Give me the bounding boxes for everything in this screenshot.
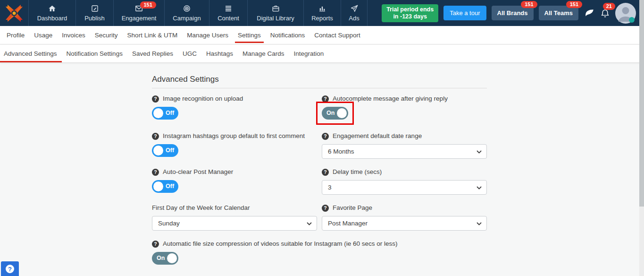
leaf-chat-icon <box>584 8 595 18</box>
nav-item-label: Campaign <box>173 15 201 22</box>
nav-item-label: Publish <box>84 15 105 22</box>
field-instagram-hashtags: ? Instagram hashtags group default to fi… <box>152 132 317 159</box>
tab-notifications[interactable]: Notifications <box>266 26 310 44</box>
tab-invoices[interactable]: Invoices <box>57 26 90 44</box>
autocomplete-message-toggle[interactable]: On <box>322 107 348 120</box>
toggle-knob <box>153 181 163 191</box>
field-favorite-page: ? Favorite Page Post Manager <box>322 204 487 231</box>
auto-clear-toggle[interactable]: Off <box>152 180 178 193</box>
app-screen: Dashboard Publish 151 Engagement Campaig… <box>0 0 644 276</box>
app-logo[interactable] <box>0 0 28 26</box>
nav-item-content[interactable]: Content <box>209 0 247 26</box>
toggle-state-label: On <box>326 110 335 117</box>
field-video-compression: ? Automatic file size compression of vid… <box>152 240 487 265</box>
field-label: Automatic file size compression of video… <box>163 240 397 248</box>
tab-notification-settings[interactable]: Notification Settings <box>62 45 127 62</box>
nav-item-ads[interactable]: Ads <box>341 0 368 26</box>
field-image-recognition: ? Image recognition on upload Off <box>152 95 317 123</box>
field-label: First Day of the Week for Calendar <box>152 204 250 212</box>
nav-item-engagement[interactable]: 151 Engagement <box>113 0 164 26</box>
bar-chart-icon <box>318 4 326 13</box>
nav-item-label: Digital Library <box>257 15 294 22</box>
help-button[interactable]: ? <box>1 261 19 276</box>
tab-ugc[interactable]: UGC <box>178 45 201 62</box>
first-day-of-week-select[interactable]: Sunday <box>152 216 317 231</box>
paper-plane-icon <box>350 4 359 13</box>
trial-period-badge: Trial period ends in -123 days <box>382 4 438 22</box>
tab-profile[interactable]: Profile <box>2 26 29 44</box>
field-label: Engagement default date range <box>333 132 422 140</box>
engagement-date-range-select[interactable]: 6 Months <box>322 144 487 159</box>
tab-usage[interactable]: Usage <box>29 26 57 44</box>
nav-item-campaign[interactable]: Campaign <box>164 0 209 26</box>
trial-line2: in -123 days <box>386 13 434 20</box>
select-value: Post Manager <box>328 220 368 227</box>
tab-saved-replies[interactable]: Saved Replies <box>127 45 178 62</box>
chat-button[interactable] <box>584 8 595 18</box>
notifications-button[interactable]: 21 <box>600 8 610 18</box>
tab-advanced-settings[interactable]: Advanced Settings <box>0 45 62 62</box>
field-first-day-of-week: First Day of the Week for Calendar Sunda… <box>152 204 317 231</box>
field-autocomplete-message: ? Autocomplete message after giving repl… <box>322 95 487 123</box>
tab-hashtags[interactable]: Hashtags <box>201 45 238 62</box>
nav-item-digital-library[interactable]: Digital Library <box>247 0 303 26</box>
nav-item-publish[interactable]: Publish <box>75 0 113 26</box>
engagement-count-badge: 151 <box>140 1 156 9</box>
instagram-hashtags-toggle[interactable]: Off <box>152 144 178 157</box>
select-value: 6 Months <box>328 148 354 155</box>
notifications-count-badge: 21 <box>603 3 615 10</box>
all-teams-count-badge: 151 <box>566 1 582 8</box>
nav-item-dashboard[interactable]: Dashboard <box>28 0 75 26</box>
nav-item-reports[interactable]: Reports <box>303 0 341 26</box>
all-brands-label: All Brands <box>497 9 528 17</box>
take-a-tour-button[interactable]: Take a tour <box>443 6 486 20</box>
toggle-state-label: On <box>157 255 165 262</box>
nav-item-label: Ads <box>349 15 359 22</box>
toggle-knob <box>153 146 163 155</box>
page-scrollbar-thumb[interactable] <box>639 0 644 207</box>
help-tooltip-icon[interactable]: ? <box>322 205 329 212</box>
chevron-down-icon <box>477 150 482 154</box>
toggle-knob <box>337 108 347 118</box>
image-recognition-toggle[interactable]: Off <box>152 107 178 120</box>
field-label: Auto-clear Post Manager <box>163 168 233 176</box>
tab-manage-users[interactable]: Manage Users <box>182 26 233 44</box>
field-label: Delay time (secs) <box>333 168 382 176</box>
toggle-knob <box>167 253 177 263</box>
favorite-page-select[interactable]: Post Manager <box>322 216 487 231</box>
help-tooltip-icon[interactable]: ? <box>152 169 159 176</box>
all-teams-label: All Teams <box>544 9 573 17</box>
chevron-down-icon <box>477 186 482 190</box>
toggle-state-label: Off <box>166 110 174 117</box>
tab-manage-cards[interactable]: Manage Cards <box>238 45 289 62</box>
nav-item-label: Dashboard <box>37 15 67 22</box>
list-icon <box>224 4 233 13</box>
field-delay-time: ? Delay time (secs) 3 <box>322 168 487 195</box>
tab-short-link-utm[interactable]: Short Link & UTM <box>123 26 183 44</box>
page-scrollbar-track[interactable] <box>639 0 644 276</box>
user-avatar[interactable] <box>615 3 636 24</box>
tab-security[interactable]: Security <box>90 26 123 44</box>
tab-integration[interactable]: Integration <box>289 45 329 62</box>
help-tooltip-icon[interactable]: ? <box>152 133 159 140</box>
help-tooltip-icon[interactable]: ? <box>152 95 159 103</box>
all-brands-button[interactable]: 151 All Brands <box>492 6 534 20</box>
help-tooltip-icon[interactable]: ? <box>322 169 329 176</box>
nav-item-label: Engagement <box>122 15 157 22</box>
title-divider <box>152 88 487 88</box>
help-tooltip-icon[interactable]: ? <box>322 133 329 140</box>
delay-time-select[interactable]: 3 <box>322 180 487 195</box>
all-teams-button[interactable]: 151 All Teams <box>539 6 578 20</box>
video-compression-toggle[interactable]: On <box>152 252 178 265</box>
toggle-state-label: Off <box>166 183 174 190</box>
pen-square-icon <box>91 4 99 13</box>
briefcase-icon <box>271 4 280 13</box>
tab-settings[interactable]: Settings <box>233 26 266 44</box>
settings-sub-tabs: Advanced Settings Notification Settings … <box>0 45 644 63</box>
help-tooltip-icon[interactable]: ? <box>152 241 159 248</box>
red-highlight-box: On <box>316 102 354 125</box>
home-icon <box>48 4 57 13</box>
tab-contact-support[interactable]: Contact Support <box>309 26 365 44</box>
advanced-settings-panel: Advanced Settings ? Image recognition on… <box>152 75 487 274</box>
field-label: Favorite Page <box>333 204 372 212</box>
